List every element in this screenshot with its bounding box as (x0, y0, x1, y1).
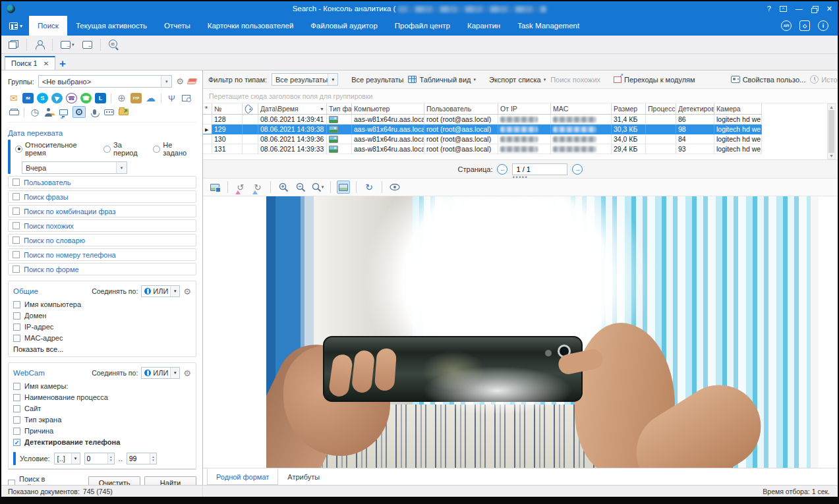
checkbox[interactable] (13, 383, 20, 390)
checkbox-camera-name[interactable]: Имя камеры: (13, 382, 191, 390)
radio-period[interactable]: За период (103, 141, 146, 157)
common-settings-gear-icon[interactable]: ⚙ (183, 287, 191, 296)
package-icon[interactable]: ◇ (799, 20, 810, 31)
checkbox[interactable] (13, 208, 20, 215)
panel-phone-number-search[interactable]: Поиск по номеру телефона (8, 248, 196, 261)
checkbox[interactable] (13, 405, 20, 412)
export-list-button[interactable]: Экспорт списка▾ (489, 76, 546, 84)
panel-dictionary-search[interactable]: Поиск по словарю (8, 234, 196, 246)
menu-tab-task-management[interactable]: Task Management (509, 16, 588, 36)
condition-from-input[interactable] (85, 453, 108, 464)
filter-type-dropdown[interactable]: Все результаты ▾ (272, 73, 338, 86)
checkbox-mac-address[interactable]: MAC-адрес (13, 334, 191, 342)
column-from-ip[interactable]: От IP (498, 103, 551, 114)
mail-icon[interactable]: ✉ (8, 93, 19, 103)
fit-to-window-button[interactable] (337, 181, 350, 194)
device-search-icon[interactable] (181, 93, 192, 103)
close-button[interactable]: ✕ (826, 5, 832, 13)
table-view-button[interactable]: Табличный вид▾ (408, 76, 476, 84)
radio-relative-time[interactable]: Относительное время (15, 141, 97, 157)
checkbox[interactable] (13, 222, 20, 229)
checkbox-checked[interactable]: ✓ (13, 439, 20, 446)
checkbox-ip-address[interactable]: IP-адрес (13, 323, 191, 331)
webcam-settings-gear-icon[interactable]: ⚙ (183, 369, 191, 378)
user-activity-icon[interactable] (43, 107, 55, 117)
column-mac[interactable]: MAC (551, 103, 612, 114)
checkbox-reason[interactable]: Причина (13, 427, 191, 435)
im-icon[interactable]: IM (22, 93, 34, 103)
checkbox[interactable] (13, 193, 20, 200)
checkbox-computer-name[interactable]: Имя компьютера (13, 300, 191, 308)
table-row[interactable]: 128 08.06.2021 14:39:41 aas-w81x64ru.aas… (203, 115, 762, 125)
date-preset-dropdown[interactable]: Вчера ▾ (22, 161, 127, 174)
panel-similar-search[interactable]: Поиск похожих (8, 219, 196, 232)
spinner-arrows[interactable]: ▴▾ (150, 453, 156, 464)
minimize-button[interactable]: — (796, 5, 803, 13)
pin-window-button[interactable]: ^ (780, 6, 787, 12)
cascade-windows-button[interactable] (7, 39, 20, 50)
webcam-icon[interactable] (72, 106, 86, 118)
menu-tab-search[interactable]: Поиск (29, 16, 67, 36)
keyboard-icon[interactable] (103, 107, 115, 117)
column-size[interactable]: Размер (612, 103, 646, 114)
folder-export-channel-icon[interactable] (118, 107, 129, 117)
restore-button[interactable] (811, 6, 818, 12)
menu-tab-current-activity[interactable]: Текущая активность (67, 16, 156, 36)
panel-phrase-combination[interactable]: Поиск по комбинации фраз (8, 205, 196, 217)
http-globe-icon[interactable]: ⊕ (116, 93, 127, 103)
show-all-link[interactable]: Показать все... (13, 345, 191, 353)
table-row[interactable]: 130 08.06.2021 14:39:36 aas-w81x64ru.aas… (203, 134, 762, 144)
panel-phrase-search[interactable]: Поиск фразы (8, 190, 196, 203)
zoom-out-button[interactable] (294, 181, 307, 194)
scroll-down-icon[interactable]: ▼ (829, 154, 834, 158)
add-tab-button[interactable]: + (59, 59, 66, 70)
zoom-menu-button[interactable]: ▾ (311, 181, 324, 194)
groups-dropdown[interactable]: <Не выбрано> ▾ (38, 75, 173, 88)
viber-icon[interactable]: ☎ (66, 93, 77, 103)
column-computer[interactable]: Компьютер (352, 103, 424, 114)
column-datetime[interactable]: Дата\Время▼ (258, 103, 327, 114)
microphone-icon[interactable] (89, 107, 100, 117)
checkbox[interactable] (13, 179, 20, 186)
checkbox[interactable] (13, 428, 20, 435)
menu-tab-file-auditor[interactable]: Файловый аудитор (302, 16, 386, 36)
import-query-button[interactable]: ← (80, 40, 94, 50)
checkbox[interactable] (13, 312, 20, 320)
monitor-icon[interactable] (58, 107, 69, 117)
app-menu-button[interactable]: ▾ (1, 16, 29, 36)
checkbox-domain[interactable]: Домен (13, 312, 191, 320)
page-input[interactable] (512, 163, 567, 175)
telegram-icon[interactable] (51, 93, 63, 103)
menu-tab-user-cards[interactable]: Карточки пользователей (199, 16, 303, 36)
user-properties-button[interactable]: Свойства пользо... (731, 76, 806, 84)
api-icon[interactable]: API (781, 20, 792, 31)
visibility-button[interactable] (388, 181, 401, 194)
export-query-button[interactable]: → ▾ (59, 40, 76, 50)
checkbox[interactable] (13, 266, 20, 273)
condition-to-spinner[interactable]: ▴▾ (127, 453, 157, 464)
scroll-thumb[interactable] (828, 110, 834, 153)
menu-tab-reports[interactable]: Отчеты (156, 16, 199, 36)
search-by-id-button[interactable] (107, 38, 121, 51)
close-tab-icon[interactable]: ✕ (43, 60, 49, 67)
panel-user[interactable]: Пользователь (8, 176, 196, 188)
checkbox-screen-type[interactable]: Тип экрана (13, 416, 191, 424)
checkbox[interactable] (13, 237, 20, 244)
column-filetype[interactable]: Тип фа (327, 103, 352, 114)
whatsapp-icon[interactable]: ☎ (80, 93, 92, 103)
webcam-join-dropdown[interactable]: ИЛИ ▾ (141, 367, 180, 379)
column-camera[interactable]: Камера (714, 103, 762, 114)
checkbox[interactable] (13, 323, 20, 331)
ftp-icon[interactable]: FTP (130, 93, 142, 103)
clear-groups-eraser-icon[interactable] (187, 78, 198, 84)
usb-device-icon[interactable]: Ψ (166, 93, 177, 103)
scroll-up-icon[interactable]: ▲ (829, 105, 834, 109)
printer-icon[interactable] (8, 107, 19, 117)
groups-settings-gear-icon[interactable]: ⚙ (176, 77, 184, 86)
column-detect[interactable]: Детектирова (676, 103, 714, 114)
zoom-in-button[interactable] (277, 181, 290, 194)
checkbox[interactable] (13, 416, 20, 424)
skype-icon[interactable]: S (37, 93, 48, 103)
checkbox[interactable] (13, 335, 20, 342)
next-page-button[interactable]: → (572, 164, 583, 175)
